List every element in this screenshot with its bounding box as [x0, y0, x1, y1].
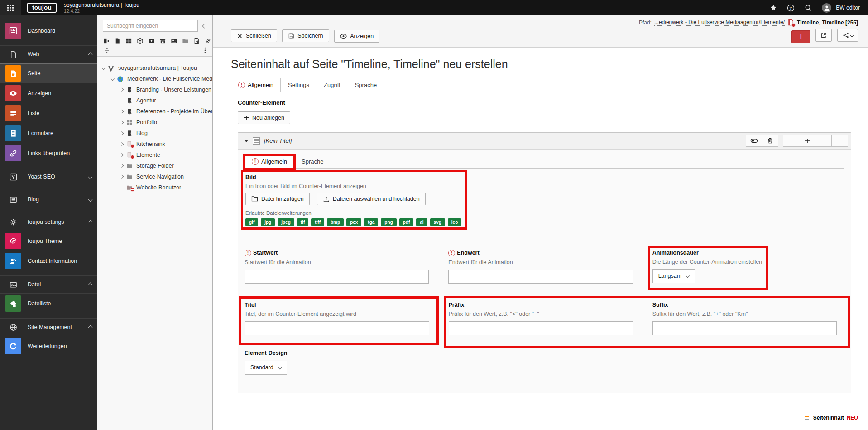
tree-node-medienwerk[interactable]: Medienwerk - Die Fullservice Mediaagentu… [97, 73, 212, 84]
tree-node-branding[interactable]: Branding - Unsere Leistungen [97, 84, 212, 95]
tree-node-kitchensink[interactable]: Kitchensink [97, 139, 212, 150]
element-design-select[interactable]: Standard [245, 361, 287, 375]
extension-badge: ico [448, 218, 461, 226]
endwert-input[interactable] [448, 270, 633, 284]
add-button[interactable] [799, 135, 815, 147]
doorway-icon[interactable] [103, 38, 110, 44]
chevron-right-icon[interactable] [118, 175, 125, 178]
save-button[interactable]: Speichern [282, 29, 329, 42]
sidebar-group-blog[interactable]: Blog [0, 190, 97, 208]
tab-zugriff[interactable]: Zugriff [317, 78, 348, 92]
content-type-icon [804, 415, 810, 421]
chevron-down-icon[interactable] [100, 67, 107, 69]
sidebar-item-anzeigen[interactable]: Anzeigen [0, 83, 97, 103]
collapse-tree-icon[interactable] [202, 24, 207, 29]
element-design-label: Element-Design [245, 350, 844, 356]
module-menu: Dashboard Web Seite Anzeigen [0, 15, 97, 430]
sidebar-item-formulare[interactable]: Formulare [0, 123, 97, 143]
split-handle-icon[interactable] [104, 47, 110, 53]
suffix-input[interactable] [652, 321, 837, 335]
view-button[interactable]: Anzeigen [334, 30, 379, 43]
tab-sprache[interactable]: Sprache [348, 78, 384, 92]
gear-icon [5, 214, 21, 230]
animationsdauer-select[interactable]: Langsam [652, 269, 695, 283]
sidebar-item-dashboard[interactable]: Dashboard [0, 21, 97, 41]
tree-node-service-navigation[interactable]: Service-Navigation [97, 171, 212, 182]
tab-allgemein[interactable]: ! Allgemein [231, 78, 281, 92]
close-button[interactable]: Schließen [231, 29, 277, 42]
startwert-input[interactable] [245, 270, 429, 284]
chevron-right-icon[interactable] [118, 154, 125, 156]
hidden-folder-icon [125, 184, 134, 191]
search-icon[interactable] [805, 4, 812, 11]
star-badge-icon[interactable] [148, 38, 155, 44]
tree-node-agentur[interactable]: Agentur [97, 95, 212, 106]
tree-node-portfolio[interactable]: Portfolio [97, 117, 212, 128]
chevron-down-icon[interactable] [109, 77, 116, 80]
sidebar-item-seite[interactable]: Seite [0, 63, 97, 83]
tree-node-root[interactable]: soyagunsarufutsumura | Toujou [97, 63, 212, 73]
share-button[interactable] [837, 29, 858, 42]
tree-node-storage-folder[interactable]: Storage Folder [97, 160, 212, 171]
tree-node-website-benutzer[interactable]: Website-Benutzer [97, 182, 212, 193]
collapse-caret-icon[interactable] [244, 140, 249, 142]
help-icon[interactable]: ? [787, 4, 795, 12]
sidebar-group-toujou-settings[interactable]: toujou settings [0, 213, 97, 231]
kebab-menu-icon[interactable] [204, 47, 206, 53]
trash-icon[interactable] [762, 135, 778, 147]
add-new-button[interactable]: Neu anlegen [238, 111, 290, 124]
box-icon[interactable] [137, 38, 144, 44]
fingerprint-icon [5, 233, 21, 249]
apps-grid-icon[interactable] [0, 0, 21, 15]
open-external-button[interactable] [815, 29, 832, 42]
chevron-right-icon[interactable] [118, 121, 125, 124]
tree-node-referenzen[interactable]: Referenzen - Projekte im Überblick [97, 106, 212, 117]
user-name[interactable]: BW editor [836, 5, 860, 11]
path-link[interactable]: ...edienwerk - Die Fullservice Mediaagen… [654, 19, 785, 26]
bild-field-group: Bild Ein Icon oder Bild im Counter-Eleme… [245, 174, 461, 226]
chevron-right-icon[interactable] [118, 132, 125, 135]
sidebar-item-contact-information[interactable]: Contact Information [0, 251, 97, 271]
file-icon[interactable] [114, 38, 121, 44]
tab-settings[interactable]: Settings [281, 78, 317, 92]
praefix-input[interactable] [449, 321, 633, 335]
bookmark-star-icon[interactable] [770, 4, 777, 11]
folder-icon[interactable] [182, 38, 189, 44]
doc-buttons-left: Schließen Speichern Anzeigen [231, 29, 379, 43]
visibility-toggle-button[interactable] [746, 135, 762, 147]
shop-icon[interactable] [159, 38, 166, 44]
titel-input[interactable] [245, 321, 429, 335]
path-label: Pfad: [639, 19, 652, 26]
element-tab-allgemein[interactable]: ! Allgemein [245, 155, 294, 169]
tree-node-blog[interactable]: Blog [97, 128, 212, 139]
upload-files-button[interactable]: Dateien auswählen und hochladen [317, 193, 426, 205]
page-tree-panel: soyagunsarufutsumura | Toujou Medienwerk… [97, 15, 213, 430]
sidebar-group-yoast-seo[interactable]: Yoast SEO [0, 168, 97, 186]
sidebar-item-dateiliste[interactable]: Dateiliste [0, 294, 97, 314]
content-element-icon [253, 137, 260, 145]
tree-search-input[interactable] [103, 20, 198, 32]
sidebar-item-label: Liste [28, 110, 39, 116]
sidebar-group-datei[interactable]: Datei [0, 275, 97, 294]
sidebar-item-weiterleitungen[interactable]: Weiterleitungen [0, 336, 97, 356]
sidebar-item-toujou-theme[interactable]: toujou Theme [0, 231, 97, 251]
site-name: soyagunsarufutsumura | Toujou [64, 2, 139, 8]
element-tab-sprache[interactable]: Sprache [294, 155, 331, 169]
chevron-right-icon[interactable] [118, 110, 125, 113]
tree-node-elemente[interactable]: Elemente [97, 150, 212, 160]
chevron-right-icon[interactable] [118, 164, 125, 167]
sidebar-group-web[interactable]: Web [0, 45, 97, 63]
sidebar-group-site-management[interactable]: Site Management [0, 318, 97, 336]
info-button[interactable]: i [791, 30, 810, 43]
sidebar-item-links-ueberpruefen[interactable]: Links überprüfen [0, 143, 97, 163]
user-avatar-icon[interactable] [822, 3, 831, 13]
tree-node-label: Kitchensink [136, 141, 165, 147]
chevron-right-icon[interactable] [118, 88, 125, 91]
sidebar-item-liste[interactable]: Liste [0, 103, 97, 123]
blocks-icon[interactable] [125, 38, 132, 44]
add-file-button[interactable]: Datei hinzufügen [245, 193, 310, 205]
link-icon[interactable] [205, 38, 211, 44]
card-icon[interactable] [171, 38, 177, 44]
file-export-icon[interactable] [193, 38, 200, 44]
chevron-right-icon[interactable] [118, 143, 125, 145]
